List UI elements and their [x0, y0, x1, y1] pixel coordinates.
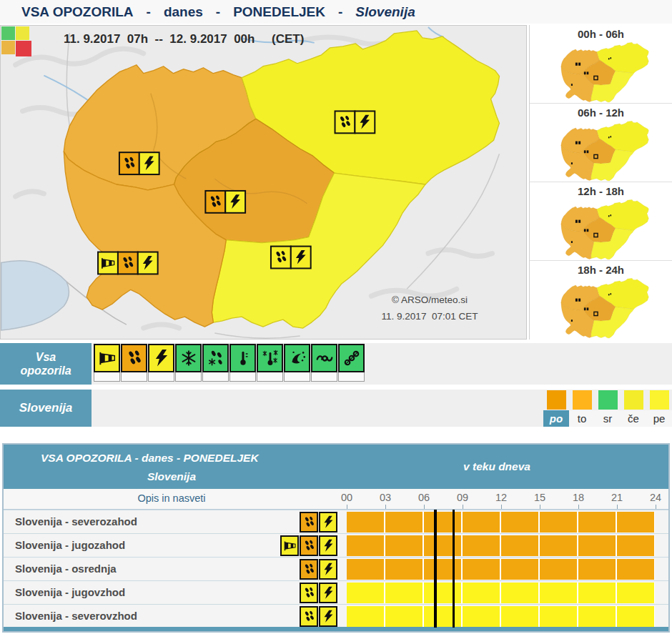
warning-timeline-bar — [347, 606, 655, 627]
day-tab-pe[interactable]: pe — [646, 390, 672, 427]
rain-icon — [300, 512, 318, 533]
table-row: Slovenija - jugozahod — [4, 533, 668, 557]
filter-waves-button[interactable] — [311, 344, 337, 382]
table-rows: Slovenija - severozahodSlovenija - jugoz… — [4, 510, 668, 628]
map-jugovzhod-rain-warning-icon[interactable] — [271, 247, 291, 269]
period-section-3[interactable]: 18h - 24h — [530, 261, 672, 340]
hour-label: 06 — [415, 492, 433, 503]
period-mini-map[interactable] — [547, 199, 656, 262]
rain-icon — [300, 559, 318, 580]
period-mini-map[interactable] — [547, 277, 656, 340]
title-day-name: PONEDELJEK — [233, 4, 325, 20]
time-marker-line — [434, 510, 437, 628]
page-title: VSA OPOZORILA - danes - PONEDELJEK - Slo… — [0, 0, 672, 24]
day-tab-če[interactable]: če — [621, 390, 646, 427]
day-warning-level-square — [547, 390, 566, 410]
hour-tick — [617, 505, 618, 509]
filter-snowdrift-button[interactable] — [284, 344, 310, 382]
period-label: 06h - 12h — [530, 106, 672, 120]
filter-icon-list — [94, 344, 365, 382]
storm-icon — [319, 606, 337, 627]
rain-icon — [121, 344, 147, 372]
sleet-icon — [202, 344, 229, 372]
map-osrednja-rain-warning-icon[interactable] — [205, 191, 225, 213]
hour-label: 09 — [453, 492, 472, 503]
rain-icon — [300, 583, 318, 603]
wind-icon — [280, 535, 299, 556]
filter-storm-button[interactable] — [148, 344, 174, 382]
day-tab-sr[interactable]: sr — [595, 390, 621, 427]
table-subtitle: Slovenija — [4, 470, 340, 483]
filter-fog-button[interactable] — [338, 344, 365, 382]
filter-heat-button[interactable] — [229, 344, 256, 382]
day-warning-level-square — [573, 390, 592, 410]
day-tab-label: to — [569, 410, 595, 427]
hour-label: 00 — [337, 492, 356, 503]
table-row: Slovenija - severovzhod — [4, 604, 668, 628]
hour-tick — [578, 505, 579, 509]
region-row-label[interactable]: Slovenija - severovzhod — [15, 605, 137, 628]
day-warning-level-square — [598, 390, 618, 410]
hour-tick — [540, 505, 540, 509]
filter-rain-button[interactable] — [121, 344, 147, 382]
warning-timeline-bar — [347, 535, 655, 556]
storm-icon — [319, 512, 337, 533]
hour-tick — [424, 505, 425, 509]
title-region: Slovenija — [355, 4, 415, 20]
region-label: Slovenija — [0, 390, 92, 427]
period-mini-map[interactable] — [547, 120, 656, 183]
region-row-label[interactable]: Slovenija - jugovzhod — [15, 581, 125, 605]
row-warning-icons — [280, 535, 337, 556]
filter-wind-button[interactable] — [94, 344, 120, 382]
region-row-label[interactable]: Slovenija - jugozahod — [15, 534, 125, 558]
waves-icon — [311, 344, 337, 372]
hour-tick — [501, 505, 502, 509]
day-tab-po[interactable]: po — [543, 390, 569, 427]
warning-timeline-bar — [347, 559, 655, 580]
day-tab-label: sr — [595, 410, 621, 427]
region-row-label[interactable]: Slovenija - osrednja — [15, 558, 117, 581]
validity-period: 11. 9.2017 07h -- 12. 9.2017 00h (CET) — [64, 32, 304, 46]
filter-cold-button[interactable] — [257, 344, 283, 382]
title-separator: - — [147, 4, 151, 20]
filter-button-strip — [257, 372, 283, 382]
period-section-1[interactable]: 06h - 12h — [530, 104, 672, 182]
legend-yellow-square — [16, 26, 29, 40]
title-separator: - — [216, 4, 220, 20]
hour-tick — [347, 505, 347, 509]
filter-button-strip — [175, 372, 202, 382]
warning-level-legend — [1, 26, 33, 58]
filters-label: Vsa opozorila — [0, 343, 92, 385]
period-section-0[interactable]: 00h - 06h — [530, 25, 672, 104]
table-row: Slovenija - jugovzhod — [4, 580, 668, 604]
legend-red-square — [16, 41, 31, 56]
filter-sleet-button[interactable] — [202, 344, 229, 382]
filter-snow-button[interactable] — [175, 344, 202, 382]
region-row-label[interactable]: Slovenija - severozahod — [15, 510, 137, 534]
period-section-2[interactable]: 12h - 18h — [530, 182, 672, 261]
fog-icon — [338, 344, 365, 372]
filter-button-strip — [148, 372, 174, 382]
map-severovzhod-rain-warning-icon[interactable] — [335, 111, 355, 133]
filter-button-strip — [229, 372, 256, 382]
map-severozahod-rain-warning-icon[interactable] — [119, 152, 139, 174]
filter-button-strip — [311, 372, 337, 382]
day-warning-level-square — [624, 390, 643, 410]
map-credit: © ARSO/meteo.si — [355, 292, 505, 308]
warning-timeline-bar — [347, 512, 655, 533]
storm-icon — [148, 344, 174, 372]
day-tab-to[interactable]: to — [569, 390, 595, 427]
map-issued-time: 11. 9.2017 07:01 CET — [355, 308, 505, 325]
day-tab-label: če — [621, 410, 646, 427]
title-separator: - — [338, 4, 342, 20]
wind-icon — [94, 344, 120, 372]
warning-map: 11. 9.2017 07h -- 12. 9.2017 00h (CET) ©… — [0, 25, 527, 340]
heat-icon — [229, 344, 256, 372]
map-jugozahod-wind-warning-icon[interactable] — [98, 252, 118, 274]
storm-icon — [319, 559, 337, 580]
day-tab-label: pe — [646, 410, 672, 427]
period-label: 00h - 06h — [530, 27, 672, 41]
map-jugozahod-rain-warning-icon[interactable] — [118, 252, 138, 274]
warning-timeline-bar — [347, 583, 655, 603]
period-mini-map[interactable] — [547, 41, 656, 104]
